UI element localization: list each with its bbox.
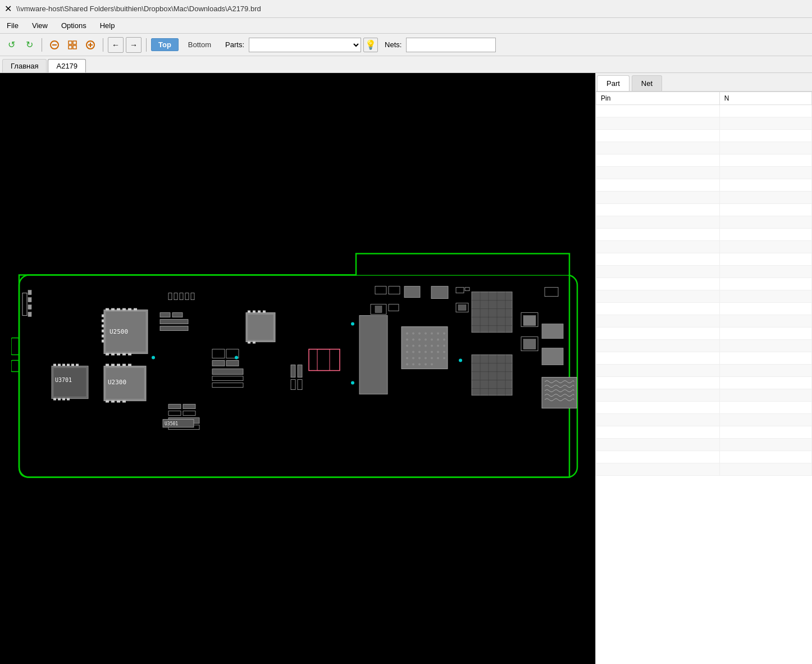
cell-net bbox=[719, 377, 811, 389]
svg-rect-68 bbox=[253, 342, 256, 344]
menu-file[interactable]: File bbox=[2, 20, 23, 31]
table-row bbox=[596, 402, 812, 414]
svg-point-149 bbox=[443, 339, 445, 341]
svg-rect-80 bbox=[472, 355, 512, 395]
col-net: N bbox=[719, 92, 811, 105]
tool-icon-c[interactable] bbox=[83, 37, 98, 53]
cell-pin bbox=[596, 204, 720, 216]
cell-net bbox=[719, 142, 811, 154]
cell-pin bbox=[596, 216, 720, 229]
table-row bbox=[596, 328, 812, 340]
table-row bbox=[596, 241, 812, 253]
svg-point-133 bbox=[351, 381, 354, 385]
cell-net bbox=[719, 130, 811, 142]
refresh-left-button[interactable]: ↺ bbox=[3, 37, 19, 53]
svg-rect-22 bbox=[111, 308, 115, 311]
table-row bbox=[596, 229, 812, 241]
table-row bbox=[596, 451, 812, 463]
table-row bbox=[596, 414, 812, 426]
cell-pin bbox=[596, 117, 720, 130]
svg-point-159 bbox=[418, 351, 421, 353]
svg-rect-110 bbox=[172, 313, 183, 317]
right-tab-net[interactable]: Net bbox=[632, 75, 662, 91]
menu-options[interactable]: Options bbox=[57, 20, 91, 31]
svg-rect-37 bbox=[102, 340, 104, 343]
cell-pin bbox=[596, 229, 720, 241]
cell-net bbox=[719, 241, 811, 253]
menu-help[interactable]: Help bbox=[95, 20, 120, 31]
svg-rect-66 bbox=[263, 311, 266, 313]
svg-rect-116 bbox=[226, 361, 239, 366]
svg-point-174 bbox=[425, 363, 427, 366]
svg-rect-51 bbox=[53, 364, 56, 366]
right-tab-part[interactable]: Part bbox=[597, 75, 629, 91]
svg-rect-29 bbox=[117, 353, 120, 356]
right-tabs-bar: Part Net bbox=[596, 73, 812, 92]
arrow-left-button[interactable]: ← bbox=[108, 37, 124, 53]
svg-rect-5 bbox=[73, 46, 76, 49]
chip-u3701-label: U3701 bbox=[55, 377, 72, 383]
bottom-button[interactable]: Bottom bbox=[181, 38, 218, 51]
table-row bbox=[596, 105, 812, 117]
svg-point-142 bbox=[443, 333, 445, 335]
toolbar-sep-2 bbox=[103, 38, 103, 52]
col-pin: Pin bbox=[596, 92, 720, 105]
parts-select[interactable] bbox=[249, 38, 361, 52]
right-table: Pin N bbox=[596, 92, 812, 664]
table-row bbox=[596, 290, 812, 303]
cell-pin bbox=[596, 241, 720, 253]
cell-pin bbox=[596, 130, 720, 142]
svg-rect-62 bbox=[248, 315, 273, 340]
tool-icon-a[interactable] bbox=[47, 37, 62, 53]
svg-point-150 bbox=[406, 345, 408, 347]
svg-rect-2 bbox=[69, 41, 72, 44]
svg-rect-33 bbox=[102, 320, 104, 322]
svg-point-165 bbox=[412, 357, 414, 360]
cell-net bbox=[719, 340, 811, 352]
light-icon-button[interactable]: 💡 bbox=[363, 38, 378, 52]
top-button[interactable]: Top bbox=[151, 38, 179, 51]
cell-net bbox=[719, 278, 811, 290]
arrow-right-button[interactable]: → bbox=[126, 37, 142, 53]
svg-rect-16 bbox=[28, 298, 31, 302]
chip-u2500-label: U2500 bbox=[110, 328, 128, 335]
cell-pin bbox=[596, 451, 720, 463]
svg-rect-102 bbox=[542, 348, 563, 365]
nets-input[interactable] bbox=[406, 38, 496, 52]
cell-net bbox=[719, 154, 811, 167]
cell-net bbox=[719, 266, 811, 278]
svg-rect-3 bbox=[73, 41, 76, 44]
cell-pin bbox=[596, 105, 720, 117]
refresh-right-button[interactable]: ↻ bbox=[21, 37, 37, 53]
svg-rect-124 bbox=[168, 404, 181, 409]
svg-rect-27 bbox=[106, 353, 109, 356]
svg-point-153 bbox=[425, 345, 427, 347]
cell-net bbox=[719, 303, 811, 315]
table-row bbox=[596, 253, 812, 266]
svg-rect-91 bbox=[404, 286, 420, 298]
menu-bar: File View Options Help bbox=[0, 18, 812, 34]
cell-pin bbox=[596, 179, 720, 192]
cell-net bbox=[719, 402, 811, 414]
table-row bbox=[596, 303, 812, 315]
cell-pin bbox=[596, 253, 720, 266]
svg-point-171 bbox=[406, 363, 408, 366]
svg-point-154 bbox=[431, 345, 433, 347]
cell-pin bbox=[596, 303, 720, 315]
toolbar-sep-3 bbox=[146, 38, 147, 52]
svg-point-138 bbox=[418, 333, 421, 335]
cell-net bbox=[719, 105, 811, 117]
svg-point-144 bbox=[412, 339, 414, 341]
toolbar: ↺ ↻ ← → Top Bottom Parts: 💡 Nets: bbox=[0, 34, 812, 56]
svg-rect-40 bbox=[106, 364, 109, 366]
tab-home[interactable]: Главная bbox=[2, 59, 47, 72]
svg-rect-25 bbox=[128, 308, 131, 311]
table-row bbox=[596, 142, 812, 154]
menu-view[interactable]: View bbox=[28, 20, 52, 31]
tab-a2179[interactable]: A2179 bbox=[48, 59, 86, 72]
board-canvas[interactable]: U2500 U2300 bbox=[0, 73, 595, 664]
tool-icon-b[interactable] bbox=[65, 37, 80, 53]
table-row bbox=[596, 179, 812, 192]
svg-point-167 bbox=[425, 357, 427, 360]
svg-point-152 bbox=[418, 345, 421, 347]
